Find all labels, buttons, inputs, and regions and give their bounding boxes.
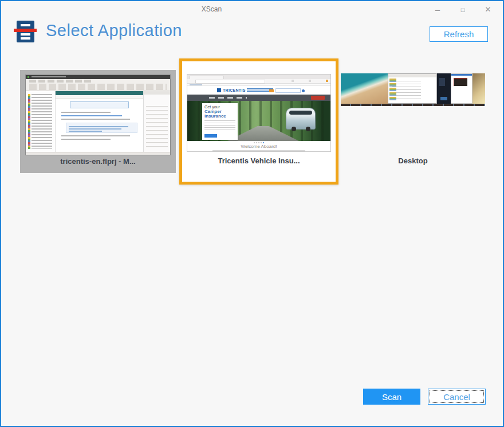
thumb-text-line xyxy=(61,119,130,120)
site-navbar xyxy=(187,95,330,101)
minimize-icon[interactable]: – xyxy=(425,1,450,18)
beach-wallpaper xyxy=(341,73,388,104)
carousel-dot-active xyxy=(263,142,264,143)
hero-camper-trailer xyxy=(286,108,316,130)
site-hero-image: Get your Camper Insurance xyxy=(187,101,330,141)
card-body-text xyxy=(204,120,235,132)
application-tile-tosca[interactable]: tricentis-en.flprj - M... xyxy=(20,70,176,173)
thumb-document-pane xyxy=(56,91,144,152)
hero-insurance-card: Get your Camper Insurance xyxy=(202,103,238,140)
sunset-wallpaper xyxy=(472,73,485,104)
thumb-ribbon-buttons xyxy=(29,84,167,90)
desktop-thumbnail xyxy=(341,73,485,106)
card-title: Insurance xyxy=(204,114,235,119)
tosca-window-thumbnail xyxy=(25,75,171,155)
thumb-content-box xyxy=(70,101,129,108)
xscan-scanner-icon xyxy=(14,21,37,42)
scanner-icon-beam xyxy=(14,29,37,32)
desktop-monitors xyxy=(341,73,485,104)
refresh-button[interactable]: Refresh xyxy=(430,26,488,42)
welcome-subtext-blur xyxy=(212,150,306,151)
thumb-titlebar xyxy=(26,75,170,79)
tricentis-logo-text: TRICENTIS xyxy=(223,88,246,92)
desktop-taskbar xyxy=(341,104,485,106)
window-controls: – □ ✕ xyxy=(425,1,501,18)
site-header: TRICENTIS xyxy=(187,86,330,95)
scanner-icon-slot xyxy=(21,37,30,40)
thumb-text-line xyxy=(61,112,111,113)
window-title: XScan xyxy=(1,5,422,13)
thumb-ribbon xyxy=(26,79,170,91)
carousel-dots xyxy=(187,142,330,143)
page-title: Select Application xyxy=(46,21,182,40)
carousel-dot xyxy=(258,142,259,143)
white-window xyxy=(451,73,472,104)
site-welcome-band: Welcome Aboard! xyxy=(187,141,330,151)
xscan-dialog: XScan – □ ✕ Select Application Refresh xyxy=(0,0,504,427)
application-tile-vehicle-insurance-selected[interactable]: TRICENTIS Get your Camper Insurance xyxy=(179,58,338,185)
carousel-dot xyxy=(254,142,255,143)
thumb-document-content xyxy=(56,99,143,152)
thumb-text-line xyxy=(69,128,121,130)
application-tile-desktop[interactable]: Desktop xyxy=(341,58,494,185)
carousel-dot xyxy=(261,142,262,143)
tricentis-logo-icon xyxy=(217,88,221,92)
application-tile-label: Desktop xyxy=(341,156,485,165)
thumb-statusbar xyxy=(26,152,170,155)
scan-button[interactable]: Scan xyxy=(363,389,420,405)
thumb-project-tree xyxy=(26,91,56,152)
thumb-properties-panel xyxy=(144,91,170,152)
thumb-note-box xyxy=(66,123,137,133)
thumb-text-line xyxy=(61,115,122,116)
thumb-text-line xyxy=(69,126,128,127)
titlebar: XScan – □ ✕ xyxy=(1,1,503,18)
browser-window-thumbnail: TRICENTIS Get your Camper Insurance xyxy=(187,74,331,152)
browser-address-bar xyxy=(187,79,330,84)
thumb-text-line xyxy=(61,135,130,136)
scanner-icon-slot xyxy=(21,33,30,36)
browser-tab-bar xyxy=(187,75,330,79)
welcome-text: Welcome Aboard! xyxy=(187,144,330,149)
card-cta-button xyxy=(204,134,217,138)
close-icon[interactable]: ✕ xyxy=(475,1,501,18)
site-signin-box xyxy=(275,88,301,93)
dark-window xyxy=(437,73,451,104)
cancel-button[interactable]: Cancel xyxy=(428,389,486,405)
thumb-document-header xyxy=(56,91,143,95)
scanner-icon-slot xyxy=(21,24,30,26)
application-tile-label: tricentis-en.flprj - M... xyxy=(20,157,176,166)
carousel-dot xyxy=(256,142,257,143)
thumb-body xyxy=(26,91,170,152)
tosca-mini-window xyxy=(388,73,437,104)
thumb-text-line xyxy=(69,131,102,132)
thumb-text-line xyxy=(61,139,111,140)
maximize-icon[interactable]: □ xyxy=(450,1,475,18)
application-tile-label: Tricentis Vehicle Insu... xyxy=(182,156,336,165)
thumb-ribbon-tabs xyxy=(29,80,92,83)
